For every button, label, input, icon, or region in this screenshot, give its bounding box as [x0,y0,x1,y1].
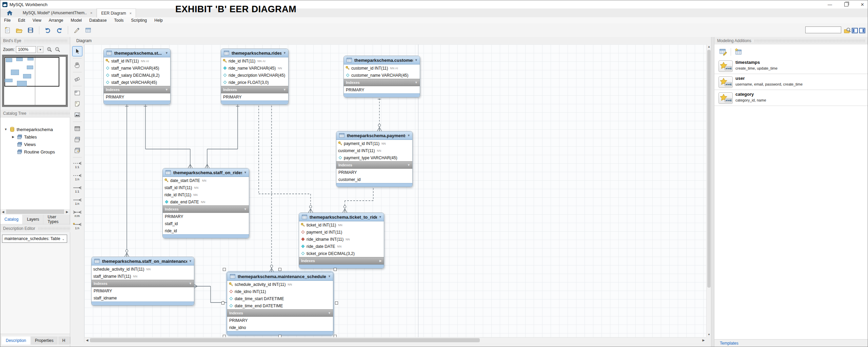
rel-1n-identifying-tool[interactable]: 1:n [72,196,82,207]
panel-splitter[interactable] [711,37,714,347]
index-row[interactable]: PRIMARY [92,287,194,294]
collapse-indexes-icon[interactable]: ▼ [407,163,410,167]
table-header[interactable]: themeparkschema.maintenance_schedules ▼ [227,272,333,281]
indexes-bar[interactable]: Indexes ▼ [344,79,420,86]
zoom-in-icon[interactable] [47,47,52,52]
column-row[interactable]: date_time_end DATETIME [227,302,333,309]
selection-handle[interactable] [335,302,338,305]
column-row[interactable]: ride_idname INT(11)NN [299,236,384,243]
close-button[interactable]: ✕ [861,2,864,7]
selection-handle[interactable] [223,335,226,337]
diagram-table-staff_on_maintenance[interactable]: themeparkschema.staff_on_maintenance ▼ s… [91,257,194,304]
diagram-table-rides[interactable]: themeparkschema.rides ▼ ride_id INT(11)N… [221,49,288,103]
model-tab-close-icon[interactable]: × [90,11,92,15]
column-row[interactable]: staff_id INT(11)NN [163,184,249,191]
column-row[interactable]: ticket_price DECIMAL(3,2) [299,250,384,257]
rel-1n-existing-columns-tool[interactable]: 1:n [72,220,82,232]
collapse-table-icon[interactable]: ▼ [189,259,192,263]
menu-item-file[interactable]: File [0,18,14,23]
tree-item-themeparkschema[interactable]: ▼ themeparkschema [0,126,70,133]
index-row[interactable]: PRIMARY [344,86,420,93]
canvas-horizontal-scrollbar[interactable]: ◀▶ [84,337,706,343]
column-row[interactable]: ride_id INT(11)NN AI [221,57,288,65]
pointer-tool[interactable] [72,46,82,56]
table-header[interactable]: themeparkschema.rides ▼ [221,49,288,57]
tree-expander-icon[interactable]: ▶ [11,135,15,139]
menu-item-help[interactable]: Help [151,18,166,23]
column-row[interactable]: ride_idno INT(11) [227,288,333,295]
menu-item-model[interactable]: Model [67,18,86,23]
tree-item-routine-groups[interactable]: Routine Groups [0,148,70,156]
rel-11-nonidentifying-tool[interactable]: 1:1 [72,159,82,171]
column-row[interactable]: ticket_id INT(11)NN [299,221,384,229]
collapse-indexes-icon[interactable]: ▼ [244,207,247,211]
search-options-icon[interactable] [843,26,851,35]
column-row[interactable]: staff_dept VARCHAR(45) [104,79,170,86]
collapse-table-icon[interactable]: ▼ [415,58,418,62]
toggle-left-panel-icon[interactable] [851,26,859,35]
open-folder-icon[interactable] [15,26,23,35]
table-header[interactable]: themeparkschema.customers ▼ [344,56,420,65]
collapse-table-icon[interactable]: ▼ [407,134,410,137]
modeling-addition-user[interactable]: MWB user username, email, password, crea… [714,74,868,90]
save-icon[interactable] [26,26,35,35]
indexes-bar[interactable]: Indexes ▼ [92,280,194,287]
selection-handle[interactable] [278,268,281,271]
expand-indexes-icon[interactable]: ▶ [379,259,382,262]
eraser-tool[interactable] [72,74,82,84]
new-table-icon[interactable] [734,48,743,56]
selection-handle[interactable] [278,335,281,337]
selection-handle[interactable] [223,268,226,271]
column-row[interactable]: date_time_start DATETIME [227,295,333,302]
tree-expander-icon[interactable]: ▼ [4,128,8,131]
collapse-indexes-icon[interactable]: ▼ [328,311,331,315]
column-row[interactable]: schedule_activity_id INT(11)NN [227,281,333,288]
new-document-icon[interactable] [3,26,12,35]
undo-icon[interactable] [43,26,52,35]
collapse-indexes-icon[interactable]: ▼ [165,88,168,91]
tree-item-tables[interactable]: ▶ Tables [0,133,70,141]
collapse-table-icon[interactable]: ▼ [244,171,247,174]
sidebar-tab-catalog[interactable]: Catalog [0,215,23,224]
layer-tool[interactable]: L [72,88,82,98]
sidebar-tab-layers[interactable]: Layers [23,215,43,224]
diagram-canvas[interactable]: themeparkschema.st... ▼ staff_id INT(11)… [84,44,706,337]
diagram-table-staff_on_rides[interactable]: themeparkschema.staff_on_rides ▼ date_st… [162,168,249,237]
search-input[interactable] [805,26,841,33]
note-tool[interactable]: N [72,99,82,109]
diagram-table-customers[interactable]: themeparkschema.customers ▼ customer_id … [343,56,419,96]
table-header[interactable]: themeparkschema.staff_on_maintenance ▼ [92,257,194,266]
menu-item-view[interactable]: View [29,18,45,23]
column-row[interactable]: ride_id INT(11)NN [163,191,249,198]
model-tab[interactable]: MySQL Model* (AmusementThem.. × [19,8,97,17]
minimize-button[interactable]: — [828,2,832,7]
indexes-bar[interactable]: Indexes ▼ [221,86,288,93]
zoom-out-icon[interactable] [55,47,60,52]
eer-tab-close-icon[interactable]: × [130,11,132,15]
column-row[interactable]: payment_id INT(11) [299,229,384,236]
indexes-bar[interactable]: Indexes ▼ [336,161,412,169]
table-header[interactable]: themeparkschema.payments ▼ [336,131,412,140]
collapse-indexes-icon[interactable]: ▼ [283,88,286,91]
index-row[interactable]: PRIMARY [227,317,333,324]
collapse-indexes-icon[interactable]: ▼ [189,282,192,285]
description-object-dropdown[interactable]: maintenance_schedules: Table ⌄ [2,235,67,243]
redo-icon[interactable] [55,26,64,35]
table-header[interactable]: themeparkschema.staff_on_rides ▼ [163,168,249,177]
edit-table-icon[interactable] [719,48,727,56]
column-row[interactable]: schedule_activity_id INT(11)NN [92,266,194,273]
sidebar-tab-user-types[interactable]: User Types [43,215,70,224]
rel-1n-nonidentifying-tool[interactable]: 1:n [72,171,82,183]
view-tool[interactable] [72,134,82,145]
column-row[interactable]: customer_id INT(11)NN AI [344,65,420,72]
eer-diagram-tab[interactable]: EER Diagram × [97,8,136,17]
home-tab[interactable] [0,8,19,17]
column-row[interactable]: staff_id INT(11)NN AI [104,57,170,65]
pen-icon[interactable] [72,26,81,35]
collapse-table-icon[interactable]: ▼ [165,51,168,55]
column-row[interactable]: ride_description VARCHAR(45) [221,72,288,79]
selection-handle[interactable] [334,268,337,271]
index-row[interactable]: ride_idno [227,324,333,331]
index-row[interactable]: staff_idname [92,294,194,302]
table-header[interactable]: themeparkschema.ticket_to_ride ▼ [299,213,384,221]
